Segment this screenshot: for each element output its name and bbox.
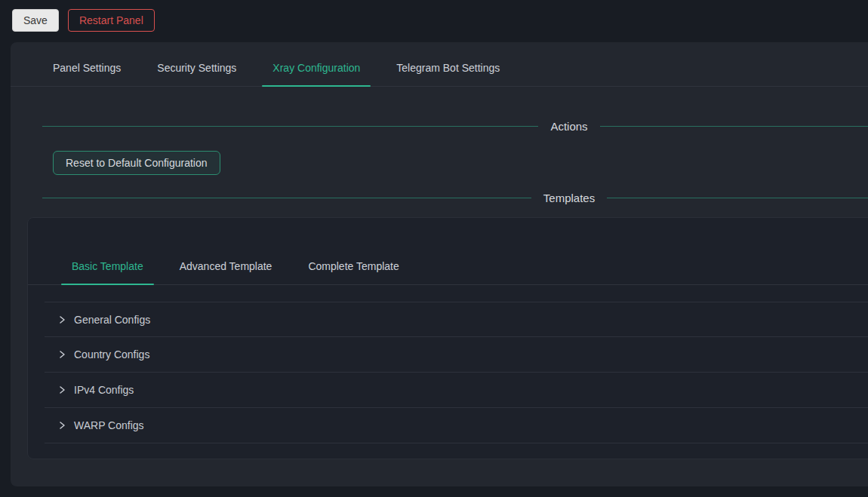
template-tabbar: Basic Template Advanced Template Complet… bbox=[28, 218, 868, 285]
accordion-item-general-configs[interactable]: General Configs bbox=[45, 302, 868, 337]
tab-panel-settings[interactable]: Panel Settings bbox=[42, 62, 131, 86]
tab-basic-template[interactable]: Basic Template bbox=[61, 260, 154, 284]
accordion-item-label: IPv4 Configs bbox=[74, 384, 134, 396]
templates-divider: Templates bbox=[42, 192, 868, 204]
actions-divider-title: Actions bbox=[550, 120, 587, 133]
chevron-right-icon bbox=[57, 315, 66, 324]
divider-line bbox=[600, 126, 868, 127]
actions-divider: Actions bbox=[42, 120, 868, 133]
top-action-bar: Save Restart Panel bbox=[0, 0, 868, 41]
divider-line bbox=[42, 126, 538, 127]
chevron-right-icon bbox=[57, 385, 66, 394]
chevron-right-icon bbox=[57, 421, 66, 430]
divider-line bbox=[42, 198, 531, 198]
chevron-right-icon bbox=[57, 350, 66, 359]
tab-telegram-bot-settings[interactable]: Telegram Bot Settings bbox=[386, 62, 510, 86]
accordion-item-ipv4-configs[interactable]: IPv4 Configs bbox=[45, 373, 868, 408]
divider-line bbox=[607, 198, 868, 198]
accordion-item-label: Country Configs bbox=[74, 348, 149, 360]
templates-card: Basic Template Advanced Template Complet… bbox=[27, 217, 868, 459]
restart-panel-button[interactable]: Restart Panel bbox=[68, 9, 155, 32]
accordion-item-warp-configs[interactable]: WARP Configs bbox=[45, 408, 868, 443]
reset-default-configuration-button[interactable]: Reset to Default Configuration bbox=[53, 151, 220, 175]
settings-card: Panel Settings Security Settings Xray Co… bbox=[11, 42, 868, 486]
accordion-item-label: General Configs bbox=[74, 314, 150, 326]
settings-tabbar: Panel Settings Security Settings Xray Co… bbox=[11, 42, 868, 87]
save-button[interactable]: Save bbox=[12, 9, 59, 32]
accordion-item-country-configs[interactable]: Country Configs bbox=[45, 337, 868, 373]
accordion-item-label: WARP Configs bbox=[74, 419, 144, 431]
tab-advanced-template[interactable]: Advanced Template bbox=[169, 260, 283, 284]
tab-security-settings[interactable]: Security Settings bbox=[146, 62, 247, 86]
tab-xray-configuration[interactable]: Xray Configuration bbox=[262, 62, 371, 86]
tab-complete-template[interactable]: Complete Template bbox=[297, 260, 409, 284]
template-config-accordion: General Configs Country Configs IPv4 Con… bbox=[45, 302, 868, 443]
templates-divider-title: Templates bbox=[543, 192, 595, 204]
